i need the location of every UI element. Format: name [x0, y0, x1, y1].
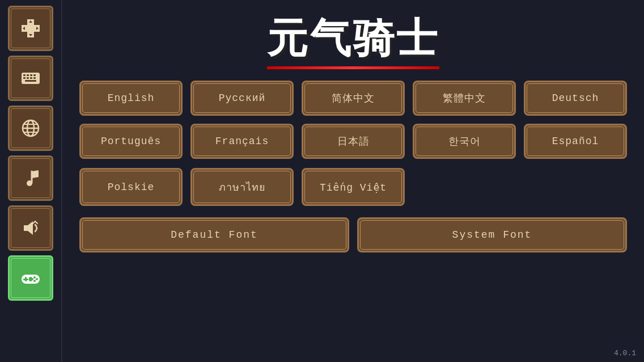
svg-rect-4 [27, 25, 34, 32]
lang-thai[interactable]: ภาษาไทย [190, 168, 294, 206]
lang-russian[interactable]: Русский [190, 81, 294, 116]
svg-rect-10 [23, 74, 26, 76]
default-font-button[interactable]: Default Font [79, 217, 349, 252]
system-font-button[interactable]: System Font [357, 217, 627, 252]
svg-line-27 [33, 221, 35, 224]
globe-button[interactable] [8, 106, 53, 151]
svg-rect-15 [27, 77, 29, 79]
svg-rect-18 [25, 80, 36, 82]
svg-rect-12 [30, 74, 32, 76]
svg-rect-11 [27, 74, 29, 76]
lang-traditional-chinese[interactable]: 繁體中文 [413, 81, 516, 116]
lang-korean[interactable]: 한국어 [413, 124, 516, 159]
lang-english[interactable]: English [79, 81, 183, 116]
version-label: 4.0.1 [614, 349, 636, 357]
sound-button[interactable] [8, 205, 53, 251]
lang-polish[interactable]: Polskie [79, 168, 183, 206]
music-button[interactable] [8, 155, 53, 201]
lang-spanish[interactable]: Español [524, 124, 627, 159]
svg-rect-14 [23, 77, 26, 79]
game-logo: 元气骑士 [267, 11, 439, 66]
dpad-button[interactable] [8, 6, 53, 51]
svg-rect-16 [30, 77, 32, 79]
svg-point-31 [33, 276, 36, 279]
main-content: 元气骑士 English Русский 简体中文 繁體中文 Deutsch P… [62, 0, 644, 362]
language-row3: Polskie ภาษาไทย Tiếng Việt [79, 168, 627, 206]
svg-point-34 [33, 280, 36, 282]
lang-german[interactable]: Deutsch [524, 81, 627, 116]
sidebar [0, 0, 62, 362]
svg-marker-25 [24, 221, 33, 235]
lang-simplified-chinese[interactable]: 简体中文 [302, 81, 405, 116]
lang-portuguese[interactable]: Português [79, 124, 183, 159]
lang-french[interactable]: Français [190, 124, 294, 159]
keyboard-button[interactable] [8, 56, 53, 101]
font-row: Default Font System Font [79, 217, 627, 252]
svg-point-32 [36, 278, 38, 280]
svg-rect-30 [23, 279, 28, 280]
lang-japanese[interactable]: 日本語 [302, 124, 405, 159]
logo-area: 元气骑士 [79, 11, 627, 66]
svg-point-24 [27, 180, 32, 186]
lang-vietnamese[interactable]: Tiếng Việt [302, 168, 405, 206]
svg-rect-17 [33, 77, 36, 79]
controller-button[interactable] [8, 255, 53, 301]
svg-rect-13 [33, 74, 36, 76]
svg-rect-35 [29, 277, 32, 281]
language-grid: English Русский 简体中文 繁體中文 Deutsch Portug… [79, 81, 627, 159]
